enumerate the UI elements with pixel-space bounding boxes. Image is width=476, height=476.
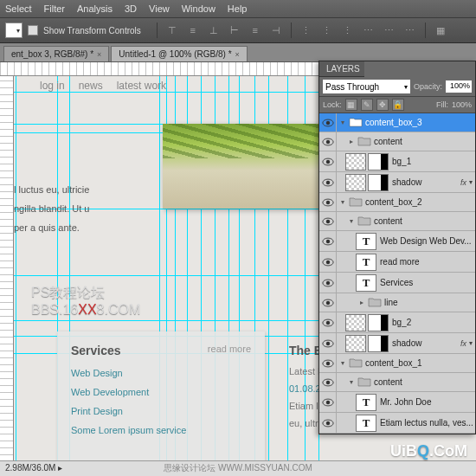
align-bottom-icon[interactable]: ⊥ xyxy=(206,23,222,38)
distribute-1-icon[interactable]: ⋮ xyxy=(299,23,314,38)
layer-row[interactable]: TMr. John Doe xyxy=(319,392,475,413)
layer-row[interactable]: bg_2 xyxy=(319,312,475,333)
align-hcenter-icon[interactable]: ≡ xyxy=(248,23,263,38)
lock-pixels-icon[interactable]: ✎ xyxy=(361,99,373,111)
menu-3d[interactable]: 3D xyxy=(125,3,137,14)
distribute-3-icon[interactable]: ⋮ xyxy=(340,23,356,38)
visibility-eye-icon[interactable] xyxy=(319,193,337,211)
layer-row[interactable]: shadowfx▾ xyxy=(319,172,475,193)
menu-analysis[interactable]: Analysis xyxy=(77,3,113,14)
disclosure-triangle-icon[interactable]: ▾ xyxy=(337,359,349,367)
layer-row[interactable]: ▸content xyxy=(319,132,475,151)
text-layer-icon[interactable]: T xyxy=(356,415,376,432)
service-link[interactable]: Print Design xyxy=(71,406,251,416)
layer-name[interactable]: bg_2 xyxy=(392,318,475,327)
disclosure-triangle-icon[interactable]: ▾ xyxy=(345,217,357,225)
visibility-eye-icon[interactable] xyxy=(319,354,337,372)
read-more-link[interactable]: read more xyxy=(208,344,251,357)
align-top-icon[interactable]: ⊤ xyxy=(164,23,180,38)
layer-name[interactable]: Mr. John Doe xyxy=(380,397,475,407)
layer-name[interactable]: Web Design Web Dev... xyxy=(380,236,475,246)
align-left-icon[interactable]: ⊢ xyxy=(227,23,242,38)
lock-transparency-icon[interactable]: ▦ xyxy=(345,99,357,111)
close-icon[interactable]: × xyxy=(235,50,240,59)
layer-row[interactable]: TServices xyxy=(319,273,475,293)
layer-name[interactable]: Etiam lectus nulla, ves... xyxy=(380,418,475,428)
visibility-eye-icon[interactable] xyxy=(319,113,337,132)
visibility-eye-icon[interactable] xyxy=(319,373,337,391)
layer-mask-thumbnail[interactable] xyxy=(368,335,389,352)
visibility-eye-icon[interactable] xyxy=(319,231,337,251)
menu-help[interactable]: Help xyxy=(228,3,248,14)
nav-latest[interactable]: latest work xyxy=(117,80,166,92)
effects-label[interactable]: fx xyxy=(460,339,466,348)
layer-row[interactable]: ▾content_box_2 xyxy=(319,193,475,212)
visibility-eye-icon[interactable] xyxy=(319,172,337,192)
layer-mask-thumbnail[interactable] xyxy=(368,174,389,191)
layer-row[interactable]: bg_1 xyxy=(319,151,475,172)
disclosure-triangle-icon[interactable]: ▾ xyxy=(337,119,349,126)
disclosure-triangle-icon[interactable]: ▾ xyxy=(337,198,349,206)
align-right-icon[interactable]: ⊣ xyxy=(268,23,284,38)
visibility-eye-icon[interactable] xyxy=(319,132,337,151)
layer-row[interactable]: Tread more xyxy=(319,252,475,273)
distribute-6-icon[interactable]: ⋯ xyxy=(402,23,418,38)
tab-doc1[interactable]: ent_box 3, RGB/8#) *× xyxy=(3,46,109,61)
menu-select[interactable]: Select xyxy=(5,3,32,14)
nav-news[interactable]: news xyxy=(79,80,103,92)
distribute-2-icon[interactable]: ⋮ xyxy=(319,23,335,38)
blend-mode-select[interactable]: Pass Through xyxy=(323,80,410,93)
visibility-eye-icon[interactable] xyxy=(319,212,337,230)
layers-tab[interactable]: LAYERS xyxy=(319,61,364,77)
lock-position-icon[interactable]: ✥ xyxy=(376,99,389,111)
ruler-vertical[interactable] xyxy=(0,76,14,476)
visibility-eye-icon[interactable] xyxy=(319,252,337,272)
layer-name[interactable]: line xyxy=(384,298,475,307)
nav-login[interactable]: log in xyxy=(40,80,65,92)
tab-doc2[interactable]: Untitled-1 @ 100% (RGB/8) *× xyxy=(111,46,247,61)
visibility-eye-icon[interactable] xyxy=(319,413,337,433)
layer-row[interactable]: ▾content_box_3 xyxy=(319,113,475,132)
service-link[interactable]: Some Lorem ipsum service xyxy=(71,425,251,435)
service-link[interactable]: Web Development xyxy=(71,387,251,397)
text-layer-icon[interactable]: T xyxy=(356,394,376,411)
align-vcenter-icon[interactable]: ≡ xyxy=(185,23,201,38)
fill-input[interactable]: 100% xyxy=(452,100,472,109)
tool-preset-dropdown[interactable]: ▾ xyxy=(5,23,23,38)
lock-all-icon[interactable]: 🔒 xyxy=(392,99,404,111)
layer-thumbnail[interactable] xyxy=(345,314,366,331)
layer-row[interactable]: ▾content xyxy=(319,373,475,392)
distribute-5-icon[interactable]: ⋯ xyxy=(382,23,397,38)
layer-name[interactable]: read more xyxy=(380,257,475,267)
text-layer-icon[interactable]: T xyxy=(356,274,376,292)
layer-list[interactable]: ▾content_box_3▸contentbg_1shadowfx▾▾cont… xyxy=(319,113,475,434)
layer-mask-thumbnail[interactable] xyxy=(368,314,389,331)
opacity-input[interactable]: 100% xyxy=(446,80,472,93)
layer-row[interactable]: ▾content_box_1 xyxy=(319,354,475,373)
menu-view[interactable]: View xyxy=(149,3,170,14)
layer-thumbnail[interactable] xyxy=(345,153,366,170)
layer-row[interactable]: ▾content xyxy=(319,212,475,231)
visibility-eye-icon[interactable] xyxy=(319,151,337,171)
layer-row[interactable]: ▸line xyxy=(319,293,475,312)
layer-row[interactable]: TWeb Design Web Dev... xyxy=(319,231,475,252)
layer-row[interactable]: shadowfx▾ xyxy=(319,333,475,354)
service-link[interactable]: Web Design xyxy=(71,368,251,378)
transform-checkbox[interactable] xyxy=(28,25,38,35)
menu-filter[interactable]: Filter xyxy=(44,3,65,14)
close-icon[interactable]: × xyxy=(97,50,101,59)
auto-align-icon[interactable]: ▦ xyxy=(433,23,448,38)
layer-name[interactable]: content xyxy=(374,377,475,387)
distribute-4-icon[interactable]: ⋯ xyxy=(361,23,376,38)
text-layer-icon[interactable]: T xyxy=(356,254,376,271)
disclosure-triangle-icon[interactable]: ▾ xyxy=(345,378,357,386)
layer-name[interactable]: Services xyxy=(380,278,475,287)
layer-row[interactable]: TEtiam lectus nulla, ves... xyxy=(319,413,475,434)
layer-name[interactable]: shadow xyxy=(392,177,460,187)
visibility-eye-icon[interactable] xyxy=(319,293,337,312)
layer-thumbnail[interactable] xyxy=(345,174,366,191)
effects-toggle-icon[interactable]: ▾ xyxy=(469,178,473,186)
layer-mask-thumbnail[interactable] xyxy=(368,153,389,170)
visibility-eye-icon[interactable] xyxy=(319,312,337,332)
disclosure-triangle-icon[interactable]: ▸ xyxy=(345,138,357,145)
